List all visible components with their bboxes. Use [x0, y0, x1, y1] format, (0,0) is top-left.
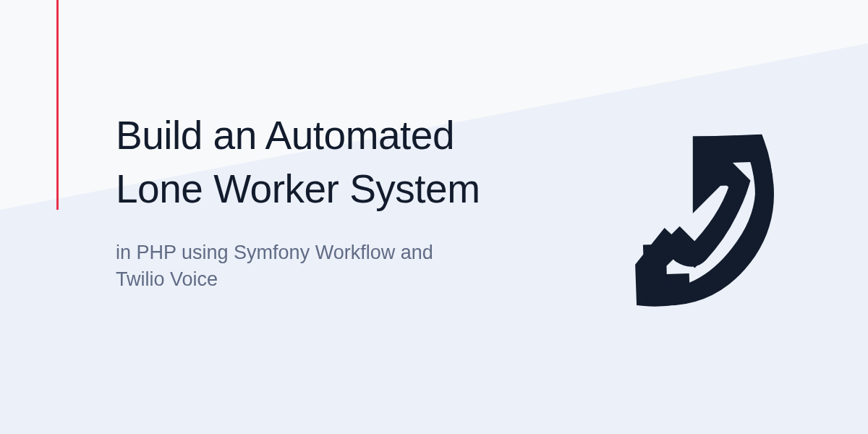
phone-icon	[593, 123, 781, 311]
title-line-2: Lone Worker System	[116, 162, 622, 216]
accent-bar	[56, 0, 59, 210]
content-block: Build an Automated Lone Worker System in…	[116, 109, 622, 294]
subtitle: in PHP using Symfony Workflow and Twilio…	[116, 239, 448, 294]
title-line-1: Build an Automated	[116, 109, 622, 162]
